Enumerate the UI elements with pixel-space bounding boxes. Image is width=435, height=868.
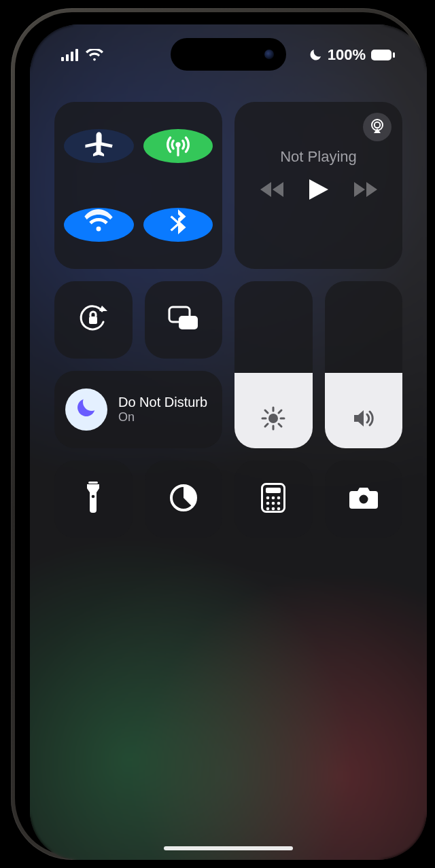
- wifi-icon: [83, 208, 114, 242]
- control-center: Not Playing: [54, 102, 402, 538]
- device-frame: 100%: [11, 8, 424, 860]
- screen-mirroring-icon: [167, 305, 201, 335]
- forward-icon: [354, 187, 377, 199]
- focus-toggle[interactable]: Do Not Disturb On: [54, 371, 222, 448]
- next-track-button[interactable]: [354, 182, 377, 200]
- flashlight-button[interactable]: [54, 460, 133, 538]
- moon-icon: [75, 397, 98, 422]
- orientation-lock-icon: [76, 302, 110, 338]
- camera-icon: [348, 486, 379, 513]
- svg-point-13: [268, 414, 278, 423]
- focus-status-icon: [309, 48, 322, 62]
- focus-badge: [65, 388, 107, 431]
- svg-point-33: [266, 507, 270, 511]
- cellular-signal-icon: [61, 49, 80, 61]
- svg-rect-3: [75, 49, 78, 61]
- bluetooth-toggle[interactable]: [143, 208, 213, 242]
- media-module[interactable]: Not Playing: [234, 102, 402, 269]
- svg-point-29: [277, 496, 281, 500]
- timer-icon: [169, 483, 198, 516]
- orientation-lock-toggle[interactable]: [54, 281, 133, 359]
- timer-button[interactable]: [145, 460, 223, 538]
- svg-point-9: [375, 122, 380, 128]
- svg-point-27: [266, 496, 270, 500]
- backward-icon: [260, 187, 283, 199]
- wifi-toggle[interactable]: [64, 208, 134, 242]
- wifi-icon: [86, 49, 103, 61]
- dynamic-island: [171, 38, 286, 71]
- svg-rect-1: [66, 54, 69, 61]
- connectivity-module[interactable]: [54, 102, 222, 269]
- airplane-icon: [83, 129, 114, 163]
- play-button[interactable]: [309, 179, 328, 202]
- focus-status: On: [118, 410, 207, 425]
- previous-track-button[interactable]: [260, 182, 283, 200]
- svg-point-31: [272, 502, 275, 505]
- airplay-icon: [369, 117, 385, 137]
- bluetooth-icon: [162, 208, 194, 242]
- svg-rect-2: [71, 52, 73, 61]
- svg-line-18: [265, 410, 268, 413]
- airplane-mode-toggle[interactable]: [64, 129, 134, 163]
- camera-button[interactable]: [325, 460, 403, 538]
- battery-percent: 100%: [328, 46, 366, 64]
- svg-point-32: [277, 502, 281, 505]
- svg-rect-10: [89, 317, 97, 324]
- battery-icon: [371, 49, 396, 61]
- brightness-slider[interactable]: [234, 281, 313, 448]
- svg-rect-0: [61, 57, 64, 61]
- svg-point-23: [92, 495, 95, 499]
- screen-mirroring-button[interactable]: [145, 281, 223, 359]
- calculator-icon: [261, 483, 285, 516]
- svg-point-35: [277, 507, 281, 511]
- svg-rect-7: [177, 146, 179, 156]
- home-indicator[interactable]: [164, 846, 293, 850]
- svg-line-20: [265, 424, 268, 427]
- svg-rect-5: [393, 52, 395, 58]
- antenna-icon: [162, 129, 194, 163]
- play-icon: [309, 190, 328, 202]
- svg-point-30: [266, 502, 270, 505]
- calculator-button[interactable]: [234, 460, 313, 538]
- media-controls: [260, 179, 377, 202]
- svg-rect-26: [266, 488, 281, 493]
- flashlight-icon: [83, 482, 103, 517]
- volume-slider[interactable]: [325, 281, 403, 448]
- svg-rect-12: [179, 316, 198, 329]
- focus-title: Do Not Disturb: [118, 394, 207, 410]
- svg-point-34: [272, 507, 275, 511]
- svg-rect-4: [371, 50, 392, 60]
- screen: 100%: [30, 24, 427, 860]
- airplay-button[interactable]: [363, 113, 392, 141]
- svg-rect-22: [88, 482, 98, 484]
- cellular-data-toggle[interactable]: [143, 129, 213, 163]
- svg-point-28: [272, 496, 275, 500]
- svg-line-19: [279, 424, 281, 427]
- media-title: Not Playing: [280, 148, 357, 166]
- svg-line-21: [279, 410, 281, 413]
